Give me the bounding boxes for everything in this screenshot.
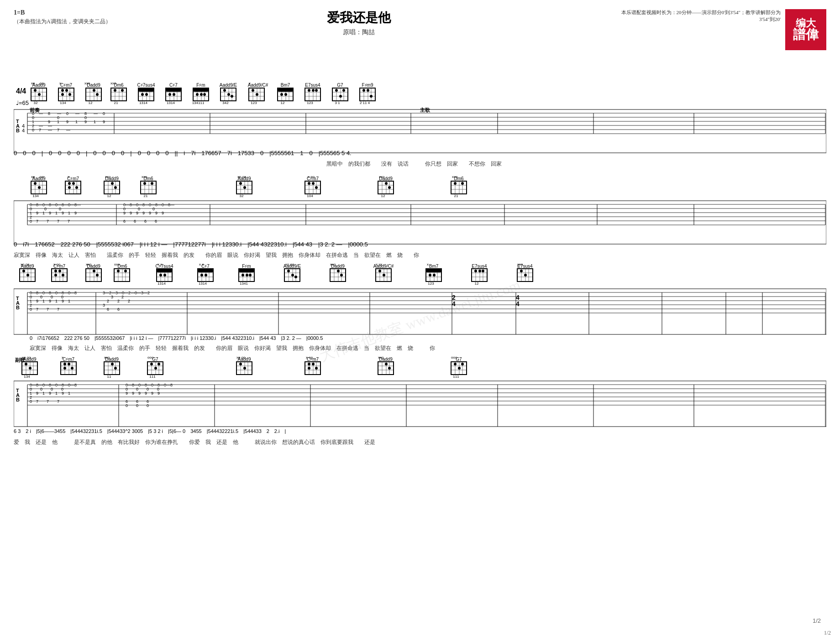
svg-point-9 <box>34 89 37 92</box>
svg-text:1/2: 1/2 <box>813 617 821 624</box>
svg-point-134 <box>335 89 338 92</box>
svg-text:134111: 134111 <box>192 101 205 105</box>
svg-point-291 <box>461 182 464 185</box>
svg-point-113 <box>280 93 283 96</box>
svg-point-35 <box>96 93 99 96</box>
svg-point-225 <box>68 186 71 189</box>
svg-point-81 <box>203 93 206 96</box>
svg-point-372 <box>163 274 166 276</box>
svg-text:12: 12 <box>381 194 385 198</box>
svg-point-460 <box>520 270 523 272</box>
svg-text:Bm7: Bm7 <box>281 83 290 88</box>
svg-text:4: 4 <box>22 128 25 133</box>
svg-point-57 <box>141 93 144 96</box>
svg-rect-39 <box>111 88 126 101</box>
svg-text:爱　我　还是　他　　　是不是真　的他　有比我好　你为谁在挣扎: 爱 我 还是 他 是不是真 的他 有比我好 你为谁在挣扎 你爱 我 还是 他 就… <box>14 439 375 445</box>
svg-point-567 <box>315 367 318 370</box>
svg-point-568 <box>308 367 310 370</box>
svg-point-69 <box>173 93 175 96</box>
svg-text:x xx: x xx <box>376 262 382 266</box>
svg-point-448 <box>474 270 477 272</box>
svg-point-520 <box>63 363 66 365</box>
svg-text:xxo: xxo <box>86 262 92 266</box>
svg-text:寂寞深　得像　海太　让人　害怕　温柔你　的手　轻轻　握着我　: 寂寞深 得像 海太 让人 害怕 温柔你 的手 轻轻 握着我 的发 你的眉 眼说 … <box>30 345 435 351</box>
svg-rect-437 <box>426 269 441 272</box>
svg-point-340 <box>62 274 64 276</box>
svg-text:0: 0 <box>66 111 68 116</box>
svg-text:12: 12 <box>281 101 285 105</box>
svg-point-439 <box>433 274 436 276</box>
original-singer: 原唱：陶喆 <box>111 28 607 36</box>
svg-text:B: B <box>16 397 20 402</box>
svg-point-449 <box>478 270 481 272</box>
svg-text:xo: xo <box>31 175 35 179</box>
page-number: 1/2 <box>824 630 831 636</box>
svg-point-136 <box>342 89 345 92</box>
svg-point-578 <box>388 367 391 370</box>
svg-text:4/4: 4/4 <box>16 87 26 95</box>
svg-text:xo: xo <box>31 81 35 85</box>
svg-point-269 <box>315 186 318 189</box>
svg-point-566 <box>312 363 315 365</box>
svg-text:0　7　　7　　7　　7: 0 7 7 7 7 <box>30 219 70 224</box>
svg-text:ooo: ooo <box>451 355 457 360</box>
svg-point-22 <box>65 89 68 92</box>
svg-text:G7: G7 <box>337 83 343 88</box>
svg-text:xxo: xxo <box>110 81 116 85</box>
svg-point-329 <box>26 274 29 276</box>
svg-text:0　i7i　176652　222 276 50　|55555: 0 i7i 176652 222 276 50 |5555532 i067 |i… <box>14 241 368 248</box>
svg-point-351 <box>96 274 99 276</box>
svg-point-521 <box>68 363 70 365</box>
svg-point-114 <box>284 93 287 96</box>
svg-text:0　7　　7　　7: 0 7 7 7 <box>30 307 59 312</box>
svg-text:C♯m7: C♯m7 <box>63 357 75 362</box>
svg-rect-354 <box>114 269 130 281</box>
svg-point-125 <box>315 89 318 92</box>
svg-text:21: 21 <box>454 194 458 198</box>
svg-point-257 <box>243 186 246 189</box>
svg-point-406 <box>287 270 290 272</box>
svg-point-407 <box>291 274 294 276</box>
svg-rect-67 <box>166 89 181 92</box>
svg-point-267 <box>308 182 310 185</box>
svg-text:x x: x x <box>199 262 204 266</box>
svg-text:3 1: 3 1 <box>335 101 340 105</box>
svg-point-235 <box>114 186 117 189</box>
svg-text:x: x <box>249 81 251 85</box>
svg-text:xo oo: xo oo <box>285 262 294 266</box>
header-left: 1=B （本曲指法为A调指法，变调夹夹二品） <box>14 9 111 26</box>
svg-point-58 <box>145 93 148 96</box>
svg-text:4: 4 <box>516 300 520 307</box>
svg-text:x: x <box>62 355 63 360</box>
header-center: 爱我还是他 原唱：陶喆 <box>111 9 607 36</box>
svg-text:xxo: xxo <box>517 262 523 266</box>
svg-text:123: 123 <box>251 101 257 105</box>
svg-text:0　i7i176652　222 276 50　|555553: 0 i7i176652 222 276 50 |5555532i067 |i i… <box>30 335 323 341</box>
svg-text:12: 12 <box>107 194 111 198</box>
svg-text:0　　0　　0: 0 0 0 <box>126 403 153 408</box>
svg-text:B: B <box>16 305 20 310</box>
svg-point-79 <box>196 93 199 96</box>
header-right: 本乐谱配套视频时长为：20分钟——演示部分0'到3'54"；教学讲解部分为3'5… <box>607 9 781 23</box>
svg-text:x oo: x oo <box>306 355 313 360</box>
svg-point-371 <box>159 274 162 276</box>
svg-point-532 <box>111 363 114 365</box>
svg-point-92 <box>231 95 233 98</box>
svg-text:xxo: xxo <box>114 262 120 266</box>
svg-point-223 <box>72 182 75 185</box>
tuning-note: （本曲指法为A调指法，变调夹夹二品） <box>14 18 111 26</box>
svg-text:104: 104 <box>307 194 313 198</box>
svg-text:111: 111 <box>453 375 459 379</box>
svg-text:B: B <box>16 128 20 133</box>
svg-text:6 3　2 i　|5|6——3455　|544432231i: 6 3 2 i |5|6——3455 |544432231i.5 |544433… <box>14 428 286 434</box>
svg-text:C♯7: C♯7 <box>169 83 178 88</box>
svg-text:oo: oo <box>40 81 44 85</box>
svg-text:4: 4 <box>452 300 456 307</box>
svg-point-417 <box>337 270 340 272</box>
svg-point-522 <box>71 367 74 370</box>
svg-point-461 <box>524 274 527 276</box>
svg-point-224 <box>75 186 78 189</box>
svg-point-124 <box>312 89 315 92</box>
svg-point-408 <box>294 276 297 278</box>
svg-text:寂寞深　得像　海太　让人　害怕　　温柔你　的手　轻轻　握着我: 寂寞深 得像 海太 让人 害怕 温柔你 的手 轻轻 握着我 的发 你的眉 眼说 … <box>14 252 419 258</box>
